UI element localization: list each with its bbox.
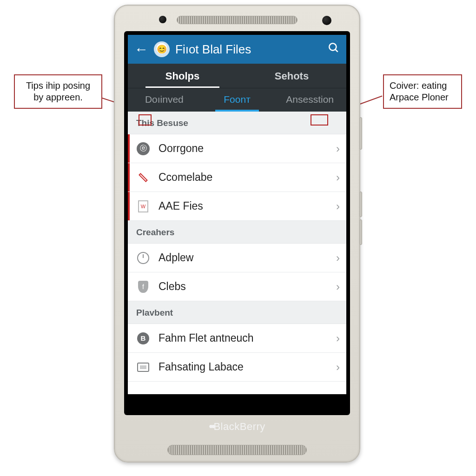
list-item[interactable]: ⓔ Oorrgone ›: [128, 134, 346, 163]
list-item[interactable]: f Clebs ›: [128, 272, 346, 301]
item-label: Oorrgone: [159, 142, 336, 155]
chevron-right-icon: ›: [336, 200, 340, 213]
list-item[interactable]: Adplew ›: [128, 244, 346, 272]
accent-bar: [128, 163, 130, 192]
list-item[interactable]: B Fahm Flet antneuch ›: [128, 324, 346, 353]
chevron-right-icon: ›: [336, 171, 340, 184]
chevron-right-icon: ›: [336, 361, 340, 374]
screen-content: ← 😊 Fiıot Blal Files Sholps Sehots Doıin…: [128, 35, 346, 394]
back-arrow-icon[interactable]: ←: [134, 42, 148, 56]
badge-icon: B: [136, 331, 150, 345]
earpiece-grill: [177, 16, 298, 24]
file-list: This Besuse ⓔ Oorrgone › Ccomelabe › W A…: [128, 112, 346, 394]
chevron-right-icon: ›: [336, 142, 340, 155]
section-header: This Besuse: [128, 112, 346, 134]
section-header: Plavbent: [128, 301, 346, 324]
chevron-right-icon: ›: [336, 332, 340, 345]
tab-ansesstion[interactable]: Ansesstion: [273, 88, 346, 112]
speaker-grill: [167, 445, 307, 455]
volume-up-button: [359, 192, 362, 217]
tab-foont[interactable]: Foonт: [201, 88, 274, 112]
callout-right: Coiver: eating Arpace Ploner: [383, 74, 462, 109]
tab-row-upper: Sholps Sehots: [128, 64, 346, 88]
side-button: [359, 117, 362, 150]
app-logo-icon: 😊: [154, 41, 170, 57]
shield-icon: f: [136, 280, 150, 294]
brand-label: BlackBerry: [115, 419, 359, 434]
search-icon[interactable]: [328, 42, 340, 57]
document-icon: W: [136, 199, 150, 213]
svg-point-0: [329, 43, 336, 50]
item-label: Fahsating Labace: [159, 361, 336, 373]
action-bar: ← 😊 Fiıot Blal Files: [128, 35, 346, 64]
phone-body: ← 😊 Fiıot Blal Files Sholps Sehots Doıin…: [114, 5, 360, 463]
camera-icon: [322, 16, 331, 25]
item-label: Ccomelabe: [159, 171, 336, 184]
list-item[interactable]: Fahsating Labace ›: [128, 353, 346, 382]
accent-bar: [128, 134, 130, 163]
item-label: AAE Fies: [159, 200, 336, 212]
list-item[interactable]: W AAE Fies ›: [128, 192, 346, 221]
sensor-icon: [159, 16, 166, 23]
tab-dorinved[interactable]: Doıinved: [128, 88, 201, 112]
tab-sehots[interactable]: Sehots: [237, 64, 346, 88]
item-icon: ⓔ: [136, 142, 150, 156]
list-item[interactable]: Ccomelabe ›: [128, 163, 346, 192]
chevron-right-icon: ›: [336, 280, 340, 293]
svg-line-1: [335, 49, 337, 52]
section-header: Creahers: [128, 221, 346, 244]
tab-sholps[interactable]: Sholps: [128, 64, 237, 88]
item-label: Clebs: [159, 280, 336, 293]
accent-bar: [128, 192, 130, 220]
clock-icon: [136, 251, 150, 265]
image-icon: [136, 360, 150, 374]
pencil-icon: [136, 171, 150, 185]
tab-row-lower: Doıinved Foonт Ansesstion: [128, 88, 346, 112]
callout-left: Tips ihip posing by appreen.: [14, 74, 102, 109]
item-label: Adplew: [159, 251, 336, 264]
chevron-right-icon: ›: [336, 251, 340, 264]
page-title: Fiıot Blal Files: [175, 42, 322, 57]
screen: ← 😊 Fiıot Blal Files Sholps Sehots Doıin…: [124, 31, 350, 415]
item-label: Fahm Flet antneuch: [159, 332, 336, 344]
volume-down-button: [359, 219, 362, 245]
